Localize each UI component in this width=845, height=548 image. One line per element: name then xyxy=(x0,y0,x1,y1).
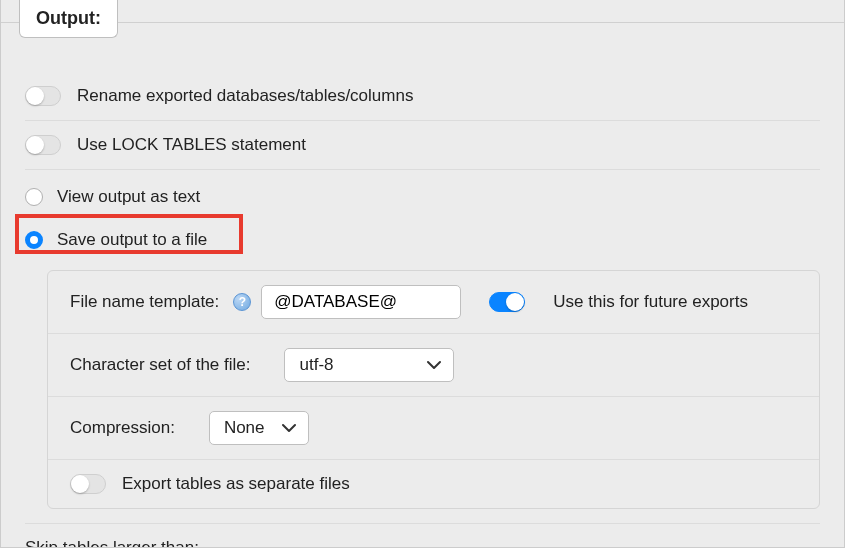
future-exports-label: Use this for future exports xyxy=(553,292,748,312)
rename-toggle[interactable] xyxy=(25,86,61,106)
output-content: Rename exported databases/tables/columns… xyxy=(1,60,844,547)
skip-label: Skip tables larger than: xyxy=(25,538,199,548)
lock-tables-label: Use LOCK TABLES statement xyxy=(77,135,306,155)
help-icon[interactable]: ? xyxy=(233,293,251,311)
output-tab-label: Output: xyxy=(36,8,101,28)
charset-row: Character set of the file: utf-8 xyxy=(48,334,819,397)
save-file-label: Save output to a file xyxy=(57,230,207,250)
chevron-down-icon xyxy=(427,360,441,370)
charset-label: Character set of the file: xyxy=(70,355,250,375)
compression-row: Compression: None xyxy=(48,397,819,460)
separate-files-label: Export tables as separate files xyxy=(122,474,350,494)
filename-label: File name template: xyxy=(70,292,219,312)
view-text-label: View output as text xyxy=(57,187,200,207)
lock-tables-row: Use LOCK TABLES statement xyxy=(25,121,820,170)
file-options-panel: File name template: ? Use this for futur… xyxy=(47,270,820,509)
output-panel: Output: Rename exported databases/tables… xyxy=(0,0,845,548)
compression-value: None xyxy=(224,418,265,438)
charset-value: utf-8 xyxy=(299,355,333,375)
separate-files-row: Export tables as separate files xyxy=(48,460,819,508)
filename-row: File name template: ? Use this for futur… xyxy=(48,271,819,334)
charset-select[interactable]: utf-8 xyxy=(284,348,454,382)
save-file-radio[interactable] xyxy=(25,231,43,249)
future-exports-toggle[interactable] xyxy=(489,292,525,312)
chevron-down-icon xyxy=(282,423,296,433)
rename-label: Rename exported databases/tables/columns xyxy=(77,86,413,106)
future-exports-group: Use this for future exports xyxy=(489,292,748,312)
lock-tables-toggle[interactable] xyxy=(25,135,61,155)
filename-input[interactable] xyxy=(261,285,461,319)
separate-files-toggle[interactable] xyxy=(70,474,106,494)
output-tab[interactable]: Output: xyxy=(19,0,118,38)
compression-select[interactable]: None xyxy=(209,411,309,445)
view-text-row: View output as text xyxy=(25,170,820,218)
view-text-radio[interactable] xyxy=(25,188,43,206)
compression-label: Compression: xyxy=(70,418,175,438)
panel-top-border xyxy=(1,22,844,23)
save-file-row: Save output to a file xyxy=(25,218,820,266)
skip-row: Skip tables larger than: xyxy=(25,523,820,548)
rename-row: Rename exported databases/tables/columns xyxy=(25,72,820,121)
